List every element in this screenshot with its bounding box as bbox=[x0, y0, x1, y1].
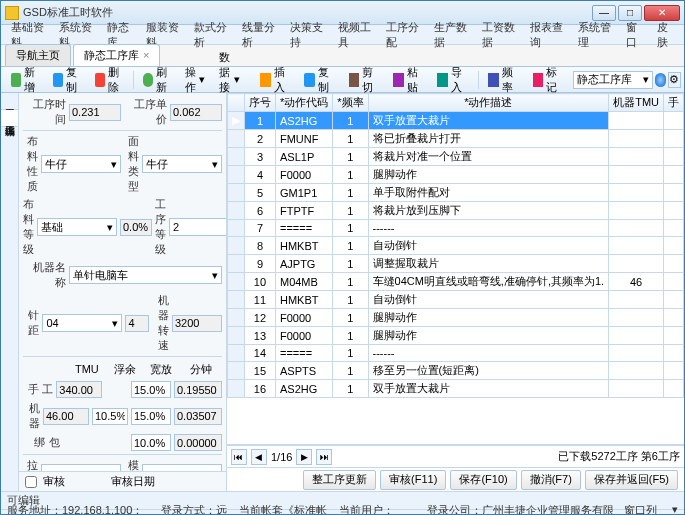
tool-icon[interactable]: ⚙ bbox=[668, 72, 681, 88]
lib-select[interactable]: 静态工序库▾ bbox=[573, 71, 653, 89]
relax-header: 宽放 bbox=[144, 362, 178, 377]
mach-label: 机 器 bbox=[23, 401, 40, 431]
menu-video[interactable]: 视频工具 bbox=[332, 18, 378, 52]
menu-report[interactable]: 报表查询 bbox=[524, 18, 570, 52]
nav-last[interactable]: ⏭ bbox=[316, 449, 332, 465]
status-company: 登录公司：广州丰捷企业管理服务有限公司 bbox=[427, 503, 616, 516]
col-seq[interactable]: 序号 bbox=[244, 94, 275, 112]
status-user: 当前用户： Admin bbox=[339, 503, 420, 516]
audit-label: 审核 bbox=[43, 474, 65, 489]
status-winlist[interactable]: 窗口列表 bbox=[624, 503, 664, 516]
hand-label: 手 工 bbox=[23, 382, 53, 397]
col-hand[interactable]: 手 bbox=[664, 94, 684, 112]
table-row[interactable]: 15 ASPTS 1 移至另一位置(短距离) bbox=[227, 362, 683, 380]
form-panel: 工序时间 工序单价 布料性质 牛仔▾ 面料类型 牛仔▾ 布料等级 基础▾ 工序等… bbox=[19, 93, 227, 491]
cancel-button[interactable]: 撤消(F7) bbox=[521, 470, 581, 490]
mach-relax[interactable] bbox=[131, 408, 171, 425]
nav-next[interactable]: ▶ bbox=[296, 449, 312, 465]
col-tmu[interactable]: 机器TMU bbox=[609, 94, 664, 112]
tie-label: 绑 包 bbox=[23, 435, 60, 450]
fabric-grade-pct bbox=[120, 219, 152, 236]
menu-bar: 基础资料 系统资料 静态库 服装资料 款式分析 线量分析 决策支持 视频工具 工… bbox=[1, 25, 684, 45]
side-tab-view[interactable]: 查看工序 bbox=[1, 93, 18, 110]
tab-close-icon[interactable]: × bbox=[143, 49, 149, 61]
menu-window[interactable]: 窗口 bbox=[620, 18, 649, 52]
col-freq[interactable]: *频率 bbox=[333, 94, 368, 112]
machine-select[interactable]: 单针电脑车▾ bbox=[69, 266, 222, 284]
fabric-prop-select[interactable]: 牛仔▾ bbox=[41, 155, 121, 173]
mach-tmu bbox=[43, 408, 89, 425]
status-count: 已下载5272工序 第6工序 bbox=[558, 449, 680, 464]
side-tab-bar: 查看工序 工序编辑 bbox=[1, 93, 19, 491]
proc-price-label: 工序单价 bbox=[124, 97, 167, 127]
table-row[interactable]: 4 F0000 1 腿脚动作 bbox=[227, 166, 683, 184]
menu-prod[interactable]: 生产数据 bbox=[428, 18, 474, 52]
menu-salary[interactable]: 工资数据 bbox=[476, 18, 522, 52]
hand-relax[interactable] bbox=[131, 381, 171, 398]
table-row[interactable]: 2 FMUNF 1 将已折叠裁片打开 bbox=[227, 130, 683, 148]
float-header: 浮余 bbox=[110, 362, 141, 377]
min-header: 分钟 bbox=[181, 362, 222, 377]
table-row[interactable]: 11 HMKBT 1 自动倒针 bbox=[227, 291, 683, 309]
speed-field bbox=[172, 315, 222, 332]
action-buttons: 整工序更新 审核(F11) 保存(F10) 撤消(F7) 保存并返回(F5) bbox=[227, 467, 684, 491]
speed-label: 机器转速 bbox=[152, 293, 168, 353]
audit-date-label: 审核日期 bbox=[111, 474, 155, 489]
nav-first[interactable]: ⏮ bbox=[231, 449, 247, 465]
status-addr: 服务地址：192.168.1.100：9998 bbox=[7, 503, 153, 516]
right-toolbar: 插入 复制 剪切 粘贴 导入 频率 标记 静态工序库▾ ⚙ 报表▾ bbox=[250, 67, 685, 93]
save-back-button[interactable]: 保存并返回(F5) bbox=[585, 470, 678, 490]
page-indicator: 1/16 bbox=[271, 451, 292, 463]
proc-grade-select[interactable]: 2▾ bbox=[169, 218, 227, 236]
face-type-select[interactable]: 牛仔▾ bbox=[142, 155, 222, 173]
status-login: 登录方式：远程 bbox=[161, 503, 231, 516]
update-button[interactable]: 整工序更新 bbox=[303, 470, 376, 490]
status-bar2: 服务地址：192.168.1.100：9998 登录方式：远程 当前帐套《标准帐… bbox=[1, 509, 684, 515]
mach-float[interactable] bbox=[92, 408, 128, 425]
table-row[interactable]: 10 M04MB 1 车缝04CM明直线或暗弯线,准确停针,其频率为1. 46 bbox=[227, 273, 683, 291]
globe-icon[interactable] bbox=[655, 73, 666, 87]
actions-grid[interactable]: 序号 *动作代码 *频率 *动作描述 机器TMU 手 ▶ 1 AS2HG 1 双… bbox=[227, 93, 684, 398]
side-tab-edit[interactable]: 工序编辑 bbox=[1, 110, 18, 127]
machine-label: 机器名称 bbox=[23, 260, 66, 290]
menu-skin[interactable]: 皮肤 bbox=[651, 18, 680, 52]
table-row[interactable]: 9 AJPTG 1 调整握取裁片 bbox=[227, 255, 683, 273]
tie-relax[interactable] bbox=[131, 434, 171, 451]
save-button[interactable]: 保存(F10) bbox=[450, 470, 516, 490]
status-account: 当前帐套《标准帐套》 bbox=[239, 503, 339, 516]
col-code[interactable]: *动作代码 bbox=[275, 94, 332, 112]
menu-sysmgr[interactable]: 系统管理 bbox=[572, 18, 618, 52]
table-row[interactable]: 14 ===== 1 ------ bbox=[227, 345, 683, 362]
table-row[interactable]: 8 HMKBT 1 自动倒针 bbox=[227, 237, 683, 255]
table-row[interactable]: 3 ASL1P 1 将裁片对准一个位置 bbox=[227, 148, 683, 166]
face-type-label: 面料类型 bbox=[124, 134, 139, 194]
audit-button[interactable]: 审核(F11) bbox=[380, 470, 446, 490]
col-desc[interactable]: *动作描述 bbox=[368, 94, 609, 112]
fabric-grade-label: 布料等级 bbox=[23, 197, 34, 257]
needle-label: 针 距 bbox=[23, 308, 39, 338]
proc-time-field bbox=[69, 104, 121, 121]
proc-price-field bbox=[170, 104, 222, 121]
fabric-grade-select[interactable]: 基础▾ bbox=[37, 218, 117, 236]
fabric-prop-label: 布料性质 bbox=[23, 134, 38, 194]
grid-nav: ⏮ ◀ 1/16 ▶ ⏭ 已下载5272工序 第6工序 bbox=[227, 445, 684, 467]
audit-checkbox[interactable] bbox=[25, 476, 37, 488]
grid-scroll[interactable]: 序号 *动作代码 *频率 *动作描述 机器TMU 手 ▶ 1 AS2HG 1 双… bbox=[227, 93, 684, 445]
table-row[interactable]: 12 F0000 1 腿脚动作 bbox=[227, 309, 683, 327]
menu-alloc[interactable]: 工序分配 bbox=[380, 18, 426, 52]
table-row[interactable]: 7 ===== 1 ------ bbox=[227, 220, 683, 237]
table-row[interactable]: 13 F0000 1 腿脚动作 bbox=[227, 327, 683, 345]
nav-prev[interactable]: ◀ bbox=[251, 449, 267, 465]
left-toolbar: 新增 复制 删除 刷新 操作▾ 数据接口▾ bbox=[1, 67, 250, 93]
table-row[interactable]: 6 FTPTF 1 将裁片放到压脚下 bbox=[227, 202, 683, 220]
table-row[interactable]: ▶ 1 AS2HG 1 双手放置大裁片 bbox=[227, 112, 683, 130]
table-row[interactable]: 16 AS2HG 1 双手放置大裁片 bbox=[227, 380, 683, 398]
hand-min bbox=[174, 381, 222, 398]
mach-min bbox=[174, 408, 222, 425]
menu-decision[interactable]: 决策支持 bbox=[284, 18, 330, 52]
proc-grade-label: 工序等级 bbox=[155, 197, 166, 257]
tmu-header: TMU bbox=[67, 363, 106, 375]
hand-tmu bbox=[56, 381, 102, 398]
needle-select[interactable]: 04▾ bbox=[42, 314, 122, 332]
table-row[interactable]: 5 GM1P1 1 单手取附件配对 bbox=[227, 184, 683, 202]
